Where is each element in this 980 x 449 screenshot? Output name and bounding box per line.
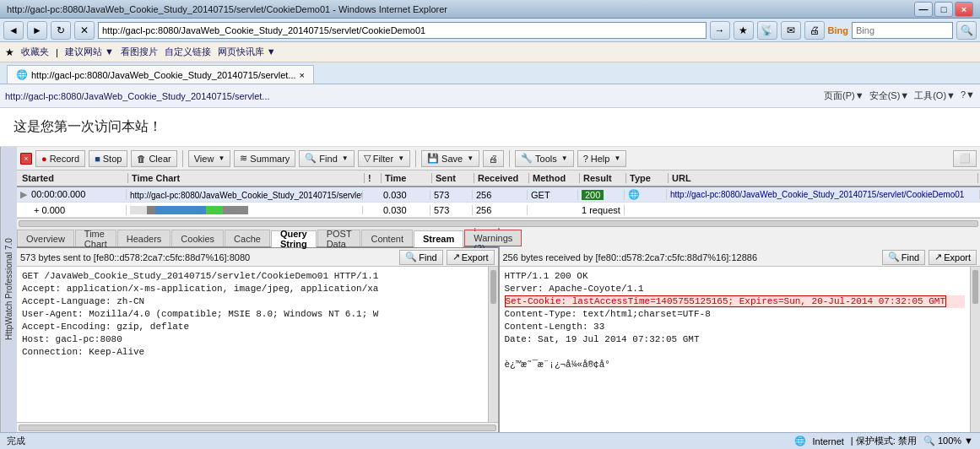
status-text: 完成 [7,435,788,447]
page-menu-button[interactable]: 页面(P)▼ [824,89,864,102]
fav-item-0[interactable]: 收藏夹 [21,46,49,58]
col-time: Time [382,173,432,183]
req-line-3: Accept-Language: zh-CN [22,295,483,308]
favorites-button[interactable]: ★ [734,21,754,40]
request-content[interactable]: GET /JavaWeb_Cookie_Study_20140715/servl… [17,267,488,422]
sr1-sent: 573 [430,205,473,215]
clear-icon: 🗑 [137,154,146,164]
fav-item-3[interactable]: 自定义链接 [165,46,211,58]
browser-tab-bar: 🌐 http://gacl-pc:8080/JavaWeb_Cookie_Stu… [0,62,980,84]
ie-toolbar-buttons: 页面(P)▼ 安全(S)▼ 工具(O)▼ ?▼ [824,89,975,102]
req-line-2: Accept: application/x-ms-application, im… [22,283,483,295]
clear-button[interactable]: 🗑 Clear [131,150,176,167]
req-line-4: User-Agent: Mozilla/4.0 (compatible; MSI… [22,308,483,321]
feeds-button[interactable]: 📡 [757,21,777,40]
sr0-time: 0.030 [380,190,430,200]
minimize-button[interactable]: — [914,2,933,17]
print-button[interactable]: 🖨 [483,150,504,167]
search-button[interactable]: 🔍 [956,21,977,40]
col-sent: Sent [432,173,474,183]
response-vscrollbar[interactable] [970,267,980,432]
tab-stream[interactable]: Stream [414,230,463,247]
mail-button[interactable]: ✉ [781,21,801,40]
response-inspector: 256 bytes received by [fe80::d578:2ca7:c… [500,228,981,432]
tools-menu-button[interactable]: 工具(O)▼ [914,89,956,102]
request-find-button[interactable]: 🔍 Find [399,250,442,265]
window-title: http://gacl-pc:8080/JavaWeb_Cookie_Study… [7,4,914,14]
view-button[interactable]: View [188,150,231,167]
address-input[interactable] [98,22,707,39]
print-button[interactable]: 🖨 [804,21,825,40]
fav-item-2[interactable]: 看图搜片 [121,46,158,58]
security-menu-button[interactable]: 安全(S)▼ [869,89,910,102]
detach-button[interactable]: ⬜ [953,150,977,167]
record-button[interactable]: ● Record [35,150,85,167]
response-content[interactable]: HTTP/1.1 200 OK Server: Apache-Coyote/1.… [500,267,971,432]
response-find-button[interactable]: 🔍 Find [882,250,925,265]
close-button[interactable]: × [955,2,973,17]
col-type: Type [626,173,669,183]
tab-close-icon[interactable]: × [300,70,305,80]
tools-button[interactable]: 🔧 Tools [515,150,574,167]
req-hscroll-thumb[interactable] [19,425,496,431]
tab-headers[interactable]: Headers [117,230,171,246]
fav-item-1[interactable]: 建议网站 ▼ [65,46,114,58]
session-row-0[interactable]: ▶ 00:00:00.000 http://gacl-pc:8080/JavaW… [17,187,980,203]
resp-line-4: Content-Type: text/html;charset=UTF-8 [505,308,966,321]
browser-tab-0[interactable]: 🌐 http://gacl-pc:8080/JavaWeb_Cookie_Stu… [7,65,314,84]
save-button[interactable]: 💾 Save [421,150,479,167]
tab-querystring[interactable]: Query String [271,230,317,247]
request-pane-info: 573 bytes sent to [fe80::d578:2ca7:c5fc:… [20,252,396,262]
stop-button[interactable]: ■ Stop [89,150,127,167]
hscroll-thumb[interactable] [19,220,978,227]
col-timechart: Time Chart [128,173,365,183]
back-button[interactable]: ◄ [3,21,24,40]
refresh-button[interactable]: ↻ [51,21,71,40]
col-started: Started [19,173,128,183]
request-export-button[interactable]: ↗ Export [447,250,495,265]
go-button[interactable]: → [710,21,730,40]
response-pane-info: 256 bytes received by [fe80::d578:2ca7:c… [503,252,879,262]
stop-button[interactable]: ✕ [74,21,95,40]
col-method: Method [529,173,580,183]
fav-item-4[interactable]: 网页快讯库 ▼ [218,46,276,58]
tab-cookies[interactable]: Cookies [171,230,224,246]
sr1-timechart [127,206,363,214]
record-icon: ● [41,154,47,164]
httpwatch-panel: HttpWatch Professional 7.0 × ● Record ■ … [0,147,980,432]
col-url: URL [669,173,978,183]
main-window: http://gacl-pc:8080/JavaWeb_Cookie_Study… [0,0,980,449]
session-row-1[interactable]: + 0.000 0.030 573 256 [17,203,980,218]
maximize-button[interactable]: □ [934,2,953,17]
filter-icon: ▽ [364,153,371,164]
filter-button[interactable]: ▽ Filter [358,150,410,167]
find-icon: 🔍 [888,252,900,262]
fiddler-toolbar: × ● Record ■ Stop 🗑 Clear View [17,147,980,170]
export-icon: ↗ [452,252,460,262]
search-input[interactable] [852,22,953,39]
find-button[interactable]: 🔍 Find [299,150,354,167]
response-vscroll-thumb[interactable] [972,270,978,304]
fiddler-close-button[interactable]: × [20,153,32,165]
tab-postdata[interactable]: POST Data [317,230,361,246]
response-export-button[interactable]: ↗ Export [929,250,977,265]
tools-icon: 🔧 [521,153,533,164]
httpwatch-content: × ● Record ■ Stop 🗑 Clear View [17,147,980,432]
tab-overview[interactable]: Overview [17,230,74,246]
tab-content[interactable]: Content [361,230,413,246]
help-menu-button[interactable]: ?▼ [961,89,975,102]
zoom-control[interactable]: 🔍 100% ▼ [923,435,973,446]
forward-button[interactable]: ► [27,21,47,40]
summary-button[interactable]: ≋ Summary [234,150,295,167]
inspector-area: Overview Time Chart Headers Cookies Cach… [17,228,980,432]
request-vscrollbar[interactable] [488,267,498,422]
session-hscrollbar[interactable] [17,218,980,228]
request-vscroll-thumb[interactable] [490,270,496,304]
req-line-1: GET /JavaWeb_Cookie_Study_20140715/servl… [22,270,483,283]
stop-icon: ■ [95,154,100,164]
request-hscrollbar[interactable] [17,422,498,432]
tab-timechart[interactable]: Time Chart [75,230,116,246]
sr0-result: 200 [578,190,625,200]
tab-cache[interactable]: Cache [225,230,270,246]
help-button[interactable]: ? Help [577,150,627,167]
